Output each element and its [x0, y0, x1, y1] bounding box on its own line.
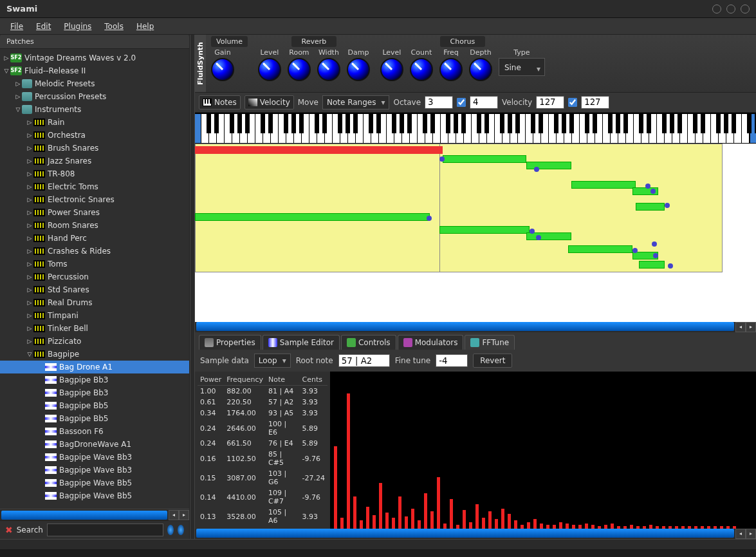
- tab-properties[interactable]: Properties: [199, 335, 261, 350]
- scrollbar-thumb[interactable]: [196, 529, 734, 538]
- reverb-width-knob[interactable]: [317, 58, 340, 81]
- instrument-item[interactable]: Percussion: [0, 270, 189, 283]
- menu-plugins[interactable]: Plugins: [59, 19, 97, 33]
- sample-item[interactable]: Bagpipe Wave Bb3: [0, 464, 189, 477]
- black-key[interactable]: [346, 114, 350, 133]
- soundfont-item[interactable]: SF2Fluid--Release II: [0, 64, 189, 77]
- black-key[interactable]: [400, 114, 404, 133]
- instrument-item[interactable]: Orchestra: [0, 129, 189, 142]
- reverb-damp-knob[interactable]: [347, 58, 370, 81]
- tab-fftune[interactable]: FFTune: [465, 335, 515, 350]
- fft-spectrum-graph[interactable]: [330, 372, 756, 529]
- black-key[interactable]: [623, 114, 628, 133]
- menu-tools[interactable]: Tools: [99, 19, 129, 33]
- velocity-button[interactable]: Velocity: [244, 95, 294, 109]
- reverb-room-knob[interactable]: [288, 58, 311, 81]
- expand-icon[interactable]: [14, 93, 22, 100]
- scroll-left-button[interactable]: ◂: [735, 529, 746, 539]
- expand-icon[interactable]: [26, 312, 33, 319]
- range-handle[interactable]: [668, 263, 673, 269]
- fft-row[interactable]: 0.133528.00105 | A63.93: [198, 507, 327, 526]
- black-key[interactable]: [647, 114, 651, 133]
- black-key[interactable]: [284, 114, 288, 133]
- menu-help[interactable]: Help: [131, 19, 159, 33]
- gain-knob[interactable]: [211, 58, 234, 81]
- black-key[interactable]: [662, 114, 667, 133]
- folder-item[interactable]: Percussion Presets: [0, 90, 189, 103]
- reverb-level-knob[interactable]: [258, 58, 281, 81]
- range-handle[interactable]: [427, 216, 432, 221]
- black-key[interactable]: [454, 114, 458, 133]
- chorus-count-knob[interactable]: [410, 58, 433, 81]
- fft-row[interactable]: 1.00882.0081 | A43.93: [198, 386, 327, 397]
- instrument-item[interactable]: Power Snares: [0, 206, 189, 219]
- fft-header[interactable]: Frequency: [224, 374, 266, 386]
- expand-icon[interactable]: [26, 184, 33, 190]
- expand-icon[interactable]: [3, 55, 10, 61]
- expand-icon[interactable]: [14, 106, 22, 113]
- expand-icon[interactable]: [26, 119, 33, 126]
- black-key[interactable]: [315, 114, 319, 133]
- fft-header[interactable]: Power: [198, 374, 224, 386]
- black-key[interactable]: [484, 114, 489, 133]
- expand-icon[interactable]: [26, 196, 33, 203]
- velocity-hi-input[interactable]: [581, 96, 609, 109]
- sidebar-hscrollbar[interactable]: ◂ ▸: [0, 509, 189, 520]
- selected-range-bar[interactable]: [195, 146, 443, 154]
- expand-icon[interactable]: [26, 261, 33, 267]
- black-key[interactable]: [245, 114, 250, 133]
- black-key[interactable]: [322, 114, 327, 133]
- search-next-button[interactable]: [178, 525, 184, 535]
- soundfont-item[interactable]: SF2Vintage Dreams Waves v 2.0: [0, 52, 189, 64]
- expand-icon[interactable]: [26, 299, 33, 306]
- expand-icon[interactable]: [14, 80, 22, 87]
- expand-icon[interactable]: [26, 274, 33, 280]
- black-key[interactable]: [608, 114, 613, 133]
- black-key[interactable]: [376, 114, 381, 133]
- chorus-depth-knob[interactable]: [469, 58, 492, 81]
- black-key[interactable]: [430, 114, 435, 133]
- sample-item[interactable]: Bagpipe Bb5: [0, 412, 189, 425]
- instrument-item[interactable]: Brush Snares: [0, 142, 189, 155]
- expand-icon[interactable]: [26, 248, 33, 254]
- note-zone[interactable]: [439, 144, 723, 272]
- sample-item[interactable]: Bagpipe Wave Bb5: [0, 489, 189, 502]
- black-key[interactable]: [291, 114, 296, 133]
- range-bar[interactable]: [439, 226, 530, 234]
- black-key[interactable]: [299, 114, 304, 133]
- instrument-item[interactable]: Real Drums: [0, 296, 189, 309]
- instrument-item[interactable]: Rain: [0, 116, 189, 129]
- sidebar-tab-patches[interactable]: Patches: [0, 35, 189, 49]
- range-handle[interactable]: [534, 167, 539, 172]
- scrollbar-thumb[interactable]: [196, 322, 734, 331]
- black-key[interactable]: [261, 114, 265, 133]
- sample-item[interactable]: Bagpipe Wave Bb5: [0, 477, 189, 489]
- black-key[interactable]: [616, 114, 620, 133]
- fft-hscrollbar[interactable]: ◂ ▸: [195, 529, 756, 539]
- range-bar[interactable]: [526, 162, 571, 169]
- expand-icon[interactable]: [26, 338, 33, 345]
- black-key[interactable]: [732, 114, 736, 133]
- fft-row[interactable]: 0.161102.5085 | C#5-9.76: [198, 449, 327, 468]
- black-key[interactable]: [639, 114, 643, 133]
- scroll-right-button[interactable]: ▸: [179, 510, 189, 520]
- noterange-hscrollbar[interactable]: ◂ ▸: [195, 322, 756, 332]
- note-range-editor[interactable]: [195, 144, 756, 322]
- scrollbar-thumb[interactable]: [1, 511, 167, 520]
- sample-item[interactable]: Bag Drone A1: [0, 361, 189, 373]
- black-key[interactable]: [214, 114, 219, 133]
- octave-link-checkbox[interactable]: [457, 98, 466, 107]
- expand-icon[interactable]: [26, 158, 33, 164]
- black-key[interactable]: [515, 114, 520, 133]
- notes-button[interactable]: Notes: [199, 95, 241, 109]
- expand-icon[interactable]: [26, 171, 33, 177]
- tab-controls[interactable]: Controls: [341, 335, 396, 350]
- octave-lo-input[interactable]: [425, 96, 453, 109]
- black-key[interactable]: [554, 114, 558, 133]
- move-select[interactable]: Note Ranges: [322, 95, 390, 109]
- instrument-item[interactable]: Tinker Bell: [0, 322, 189, 335]
- black-key[interactable]: [508, 114, 512, 133]
- black-key[interactable]: [701, 114, 705, 133]
- range-bar[interactable]: [571, 181, 636, 189]
- octave-hi-input[interactable]: [470, 96, 498, 109]
